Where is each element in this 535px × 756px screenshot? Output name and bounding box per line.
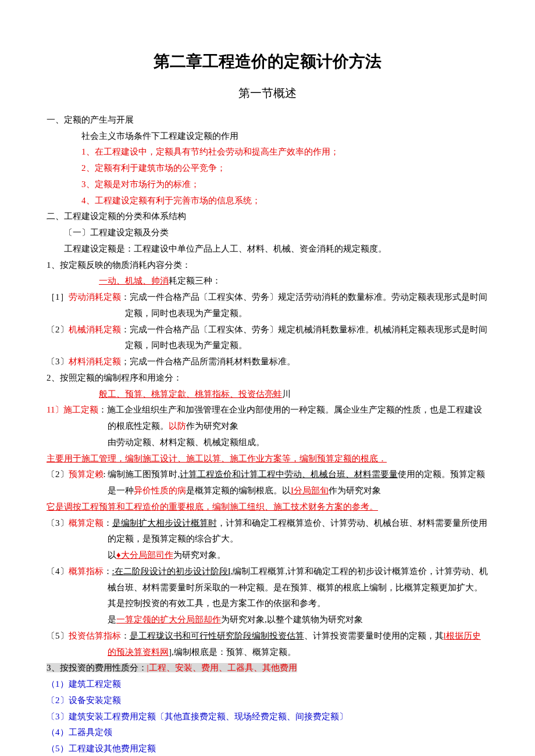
list-item: 〔4〕概算指标：:在二阶段设计的初步设计阶段I,编制工程概算,计算和确定工程的初… [47, 564, 488, 612]
text-line: 3、定额是对市场行为的标准； [47, 177, 488, 193]
section-title: 第一节概述 [47, 83, 488, 104]
note-line: 它是调按工程预算和工程造价的重要根底，编制施工纽织、施工技术财务方案的参考。 [47, 499, 488, 515]
text-line: 是一算定领的扩大分局部却作为研究对象,以整个建筑物为研究对象 [47, 612, 488, 628]
list-item: 〔2〕机械消耗定额：完成一件合格产品〔工程实体、劳务〕规定机械消耗数量标准。机械… [47, 322, 488, 354]
heading-sub: 3、按投资的费用性质分：|工程、安装、费用、工器具、其他费用 [47, 660, 488, 676]
list-item: 11〕施工定额：施工企业组织生产和加强管理在企业内部使用的一种定额。属企业生产定… [47, 402, 488, 435]
text-line: 1、在工程建设中，定额具有节约社会劳动和提高生产效率的作用； [47, 144, 488, 160]
list-item: （1）建筑工程定额 [47, 676, 488, 693]
list-item: （4）工器具定领 [47, 725, 488, 741]
heading-sub: 2、按照定额的编制程序和用途分： [47, 370, 488, 386]
text-line: 工程建设定额是：工程建设中单位产品上人工、材料、机械、资金消耗的规定额度。 [47, 241, 488, 257]
text-line: 4、工程建设定额有利于完善市场的信息系统； [47, 193, 488, 209]
text-line: 般工、预算、桃算定歙、桃算指标、投资估亮蛙川 [47, 386, 488, 403]
list-item: （5）工程建设其他费用定额 [47, 741, 488, 756]
text-line: 2、定额有利于建筑市场的公平竞争； [47, 160, 488, 177]
list-item: 〔2〕预算定赖: 编制施工图预算时,计算工程造价和计算工程中劳动、机械台班、材料… [47, 467, 488, 499]
text-line: 一动、机城、帅消耗定额三种： [47, 273, 488, 289]
text-line: 以♦大分局部司作为研究对象。 [47, 547, 488, 564]
list-item: 〔3〕概算定额：是编制扩大相步设计概算时，计算和确定工程概算造价、计算劳动、机械… [47, 515, 488, 548]
text-line: 社会主义市场条件下工程建设定额的作用 [47, 128, 488, 145]
list-item: 〔5〕投资估算指标：是工程珑议书和可行性研究阶段编制投资估算、计算投资需要量时使… [47, 628, 488, 661]
list-item: 〔3〕材料消耗定额；完成一件合格产品所需消耗材料数量标准。 [47, 354, 488, 370]
list-item: 〔2〕设备安装定额 [47, 693, 488, 709]
list-item: ［1］劳动消耗定额：完成一件合格产品〔工程实体、劳务〕规定活劳动消耗的数量标准。… [47, 289, 488, 322]
heading-sub: 1、按定额反映的物质消耗内容分类： [47, 257, 488, 274]
list-item: 〔3〕建筑安装工程费用定额〔其他直接费定额、现场经费定额、间接费定额〕 [47, 709, 488, 725]
text-line: 〔一〕工程建设定额及分类 [47, 225, 488, 241]
heading-1: 一、定额的产生与开展 [47, 112, 488, 128]
heading-2: 二、工程建设定额的分类和体系结构 [47, 209, 488, 225]
note-line: 主要用于施工管理，编制施工设计、施工以算、施工作业方案等，编制预算定额的根底． [47, 451, 488, 467]
text-line: 由劳动定额、材料定额、机械定额组成。 [47, 435, 488, 451]
chapter-title: 第二章工程造价的定额计价方法 [47, 46, 488, 77]
